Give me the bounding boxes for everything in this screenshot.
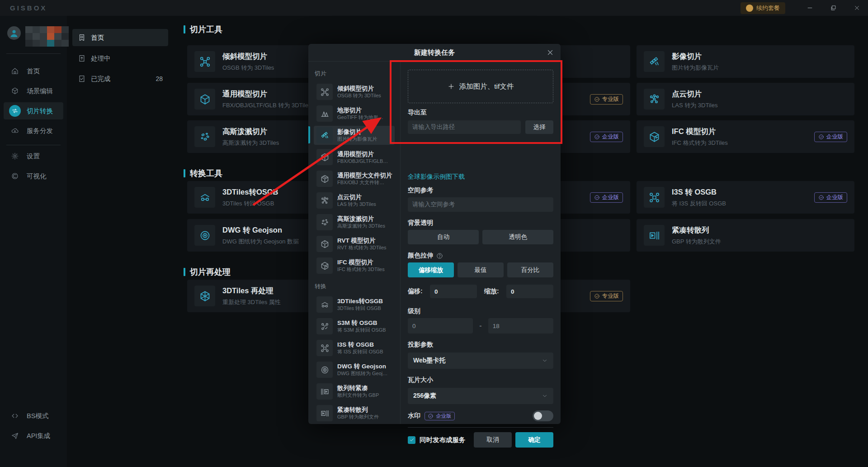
divider [408,427,553,428]
level-separator: - [477,322,483,330]
modal-task-type-item[interactable]: 通用模型切片FBX/OBJ/GLTF/GLB… [314,148,395,167]
modal-item-title: 紧凑转散列 [337,406,379,414]
modal-task-type-item[interactable]: 地形切片GeoTIFF 转为地形… [314,104,395,123]
card[interactable]: 影像切片图片转为影像瓦片 [637,45,854,78]
modal-task-type-item[interactable]: 3DTiles转OSGB3DTiles 转回 OSGB [314,295,395,314]
modal-task-type-item[interactable]: 影像切片图片转为影像瓦片 [314,126,395,145]
stretch-percent-button[interactable]: 百分比 [507,262,553,277]
bg-transparent-button[interactable]: 透明色 [482,230,553,244]
export-path-input[interactable]: 请输入导出路径 [408,120,521,134]
stretch-offsetscale-button[interactable]: 偏移缩放 [408,262,454,277]
modal-task-type-item[interactable]: 高斯泼溅切片高斯泼溅转为 3DTiles [314,213,395,232]
card-subtitle: 将 I3S 反转回 OSGB [672,200,726,208]
card[interactable]: IFC 模型切片IFC 格式转为 3DTiles企业版 [637,120,854,153]
badge-label: 企业版 [602,194,619,201]
cancel-button[interactable]: 取消 [474,432,512,448]
sample-download-link[interactable]: 全球影像示例图下载 [408,173,553,181]
redacted-pixel [33,33,40,40]
modal-item-title: DWG 转 Geojson [337,362,387,371]
modal-task-type-item[interactable]: 紧凑转散列GBP 转为散列文件 [314,404,395,423]
renew-plan-button[interactable]: 续约套餐 [741,2,785,14]
projection-select[interactable]: Web墨卡托 [408,353,553,369]
modal-task-type-item[interactable]: 倾斜模型切片OSGB 转为 3DTiles [314,82,395,101]
modal-item-subtitle: LAS 转为 3DTiles [337,201,376,208]
card[interactable]: 紧凑转散列GBP 转为散列文件 [637,219,854,252]
sidebar-item-home[interactable]: 首页 [4,62,63,80]
check-circle-icon [594,293,600,299]
modal-item-title: IFC 模型切片 [337,258,385,267]
card-text: 影像切片图片转为影像瓦片 [672,52,719,72]
scale-input[interactable]: 0 [506,285,553,298]
app-window: GISBOX 续约套餐 首页场景编辑切片转换服务分发 设置可视化 BS模式API… [0,0,868,467]
drone-icon [194,51,215,72]
card-subtitle: 重新处理 3DTiles 属性 [222,298,281,306]
modal-item-subtitle: FBX/OBJ/GLTF/GLB… [337,158,388,164]
sidebar-item-api[interactable]: API集成 [4,427,63,444]
file-dropzone[interactable]: 添加图片、tif文件 [408,70,553,103]
redacted-pixel [47,40,54,47]
sidebar-item-dispatch[interactable]: 服务分发 [4,122,63,139]
check-circle-icon [818,134,824,140]
tilesize-select[interactable]: 256像素 [408,388,553,404]
api-icon [9,430,21,442]
modal-task-type-item[interactable]: 点云切片LAS 转为 3DTiles [314,191,395,210]
card-subtitle: DWG 图纸转为 Geojson 数据 [222,238,299,246]
sidebar-item-bs[interactable]: BS模式 [4,407,63,424]
gaussian-icon [194,126,215,147]
modal-task-type-item[interactable]: RVT 模型切片RVT 格式转为 3DTiles [314,234,395,253]
card-title: 紧凑转散列 [672,225,721,235]
task-filter-doc-home[interactable]: 首页 [72,29,168,46]
bg-auto-button[interactable]: 自动 [408,230,479,244]
close-window-button[interactable] [846,0,867,16]
stretch-minmax-button[interactable]: 最值 [458,262,504,277]
enterprise-badge: 企业版 [590,192,623,203]
choose-path-button[interactable]: 选择 [525,120,553,134]
modal-item-subtitle: OSGB 转为 3DTiles [337,92,381,99]
modal-item-subtitle: 将 S3M 反转回 OSGB [337,327,386,334]
modal-item-subtitle: GeoTIFF 转为地形… [337,114,383,121]
offset-input[interactable]: 0 [430,285,477,298]
task-filter-processing[interactable]: 处理中 [72,50,168,67]
sidebar-item-scene[interactable]: 场景编辑 [4,82,63,100]
publish-checkbox[interactable] [408,436,415,444]
sidebar-item-settings[interactable]: 设置 [4,148,63,165]
modal-task-type-item[interactable]: 散列转紧凑散列文件转为 GBP [314,382,395,401]
card[interactable]: I3S 转 OSGB将 I3S 反转回 OSGB企业版 [637,181,854,214]
watermark-toggle[interactable] [533,410,553,421]
modal-item-subtitle: 散列文件转为 GBP [337,392,379,399]
modal-task-type-item[interactable]: 通用模型大文件切片FBX/OBJ 大文件转… [314,169,395,188]
section-title: 转换工具 [184,169,222,178]
avatar[interactable] [7,26,21,40]
scene-icon [9,85,21,97]
level-min-input[interactable]: 0 [408,318,473,334]
modal-item-title: 高斯泼溅切片 [337,215,385,223]
sidebar-item-visual[interactable]: 可视化 [4,167,63,185]
card-title: DWG 转 Geojson [222,225,299,235]
question-icon[interactable] [436,253,443,259]
modal-item-title: 通用模型切片 [337,150,388,158]
maximize-button[interactable] [823,0,844,16]
modal-item-text: 3DTiles转OSGB3DTiles 转回 OSGB [337,297,383,312]
card[interactable]: 点云切片LAS 转为 3DTiles [637,83,854,115]
card-title: 3DTiles转OSGB [222,187,278,197]
task-filter-done[interactable]: 已完成28 [72,71,168,87]
slice-icon [9,105,21,117]
close-icon[interactable] [546,48,554,57]
minimize-button[interactable] [799,0,820,16]
sidebar-item-label: 切片转换 [27,107,53,115]
card-subtitle: 3DTiles 转回 OSGB [222,200,278,208]
confirm-button[interactable]: 确定 [515,432,553,448]
section-title: 切片工具 [184,25,222,34]
modal-task-type-item[interactable]: DWG 转 GeojsonDWG 图纸转为 Geoj… [314,360,395,379]
card-title: 点云切片 [672,89,717,99]
sidebar-item-slice[interactable]: 切片转换 [4,102,63,119]
level-max-input[interactable]: 18 [488,318,553,334]
modal-task-type-item[interactable]: S3M 转 OSGB将 S3M 反转回 OSGB [314,317,395,336]
modal-item-subtitle: GBP 转为散列文件 [337,414,379,420]
section-accent-bar [184,268,185,276]
modal-item-subtitle: FBX/OBJ 大文件转… [337,179,392,186]
modal-task-type-item[interactable]: I3S 转 OSGB将 I3S 反转回 OSGB [314,338,395,357]
spatial-ref-input[interactable]: 请输入空间参考 [408,197,553,212]
card-subtitle: 高斯泼溅转为 3DTiles [222,139,279,147]
modal-task-type-item[interactable]: IFC 模型切片IFC 格式转为 3DTiles [314,256,395,275]
